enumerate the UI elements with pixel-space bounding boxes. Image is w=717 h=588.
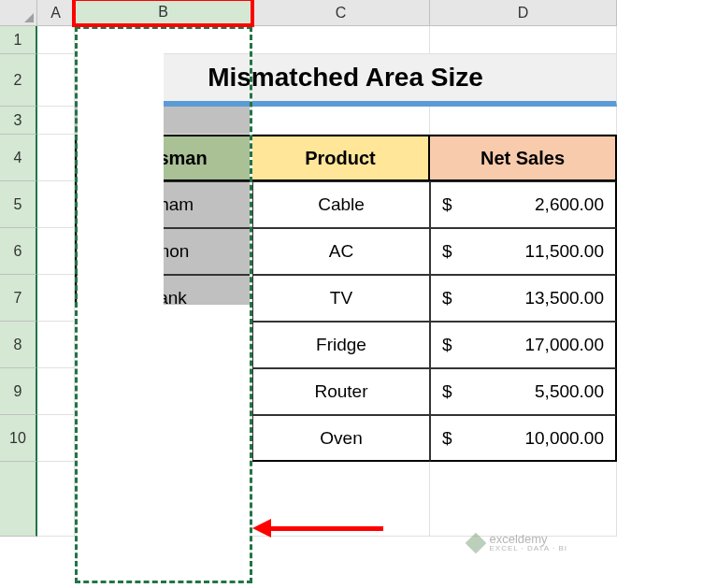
cell-D-blank[interactable] [430, 462, 617, 537]
cell-product-0[interactable]: Cable [252, 181, 430, 228]
cell-A4[interactable] [37, 135, 75, 181]
cell-C3[interactable] [252, 107, 430, 135]
row-header-blank[interactable] [0, 462, 37, 537]
cell-netsales-5[interactable]: $10,000.00 [430, 415, 617, 462]
row-header-9[interactable]: 9 [0, 368, 37, 415]
col-header-A[interactable]: A [37, 0, 75, 26]
cell-B3[interactable] [75, 107, 252, 135]
watermark-sub: EXCEL · DATA · BI [489, 545, 567, 552]
currency-symbol: $ [442, 194, 452, 215]
cell-netsales-3[interactable]: $17,000.00 [430, 322, 617, 368]
arrow-line [269, 526, 383, 531]
cell-product-4[interactable]: Router [252, 368, 430, 415]
row-header-4[interactable]: 4 [0, 135, 37, 181]
row-header-1[interactable]: 1 [0, 26, 37, 54]
cell-A3[interactable] [37, 107, 75, 135]
money-value: 13,500.00 [524, 288, 604, 308]
currency-symbol: $ [442, 428, 452, 449]
arrow-left-icon [252, 519, 271, 538]
cell-product-2[interactable]: TV [252, 275, 430, 322]
cell-B-blank[interactable] [75, 462, 252, 537]
money-value: 2,600.00 [535, 194, 604, 215]
cell-D1[interactable] [430, 26, 617, 54]
cell-A1[interactable] [37, 26, 75, 54]
col-header-C[interactable]: C [252, 0, 430, 26]
cell-A5[interactable] [37, 181, 75, 228]
row-header-2[interactable]: 2 [0, 54, 37, 107]
title-cell[interactable]: Mismatched Area Size [75, 54, 617, 107]
col-header-B[interactable]: B [75, 0, 252, 26]
cell-salesman-0[interactable]: Wilham [75, 181, 252, 228]
row-header-6[interactable]: 6 [0, 228, 37, 275]
cell-A9[interactable] [37, 368, 75, 415]
row-header-5[interactable]: 5 [0, 181, 37, 228]
cell-A10[interactable] [37, 415, 75, 462]
cell-A2[interactable] [37, 54, 75, 107]
cell-product-1[interactable]: AC [252, 228, 430, 275]
cell-salesman-4[interactable]: Jaxson [75, 368, 252, 415]
select-all-corner[interactable] [0, 0, 37, 26]
cell-salesman-3[interactable]: Nathan [75, 322, 252, 368]
cell-A8[interactable] [37, 322, 75, 368]
watermark-logo-icon [466, 532, 487, 553]
row-header-10[interactable]: 10 [0, 415, 37, 462]
cell-netsales-0[interactable]: $2,600.00 [430, 181, 617, 228]
cell-salesman-2[interactable]: Frank [75, 275, 252, 322]
cell-A-blank[interactable] [37, 462, 75, 537]
row-header-7[interactable]: 7 [0, 275, 37, 322]
cell-netsales-1[interactable]: $11,500.00 [430, 228, 617, 275]
annotation-arrow [252, 519, 383, 538]
currency-symbol: $ [442, 288, 452, 308]
col-header-D[interactable]: D [430, 0, 617, 26]
currency-symbol: $ [442, 335, 452, 355]
money-value: 5,500.00 [535, 381, 604, 402]
cell-netsales-2[interactable]: $13,500.00 [430, 275, 617, 322]
header-netsales[interactable]: Net Sales [430, 135, 617, 181]
header-salesman[interactable]: Salesman [75, 135, 252, 181]
cell-salesman-1[interactable]: Simon [75, 228, 252, 275]
spreadsheet-grid: A B C D 1 2 Mismatched Area Size 3 4 Sal… [0, 0, 717, 537]
cell-netsales-4[interactable]: $5,500.00 [430, 368, 617, 415]
money-value: 17,000.00 [524, 335, 604, 355]
header-product[interactable]: Product [252, 135, 430, 181]
cell-C1[interactable] [252, 26, 430, 54]
currency-symbol: $ [442, 241, 452, 262]
row-header-8[interactable]: 8 [0, 322, 37, 368]
money-value: 11,500.00 [524, 241, 604, 262]
cell-A6[interactable] [37, 228, 75, 275]
watermark: exceldemy EXCEL · DATA · BI [468, 533, 567, 552]
money-value: 10,000.00 [524, 428, 604, 449]
currency-symbol: $ [442, 381, 452, 402]
sheet-title: Mismatched Area Size [208, 63, 483, 93]
cell-product-5[interactable]: Oven [252, 415, 430, 462]
cell-D3[interactable] [430, 107, 617, 135]
cell-A7[interactable] [37, 275, 75, 322]
cell-salesman-5[interactable]: Anthony [75, 415, 252, 462]
row-header-3[interactable]: 3 [0, 107, 37, 135]
cell-product-3[interactable]: Fridge [252, 322, 430, 368]
cell-B1[interactable] [75, 26, 252, 54]
